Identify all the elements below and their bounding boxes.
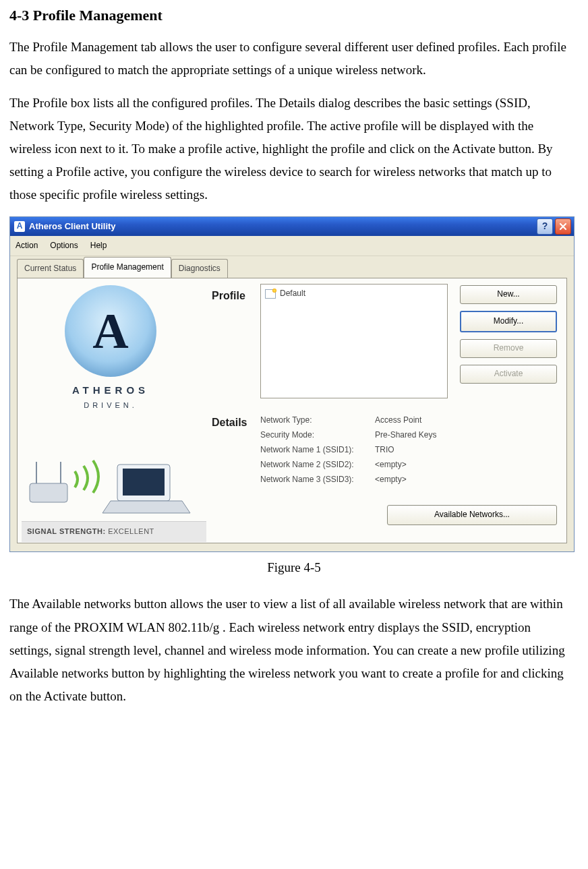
details-key: Network Name 3 (SSID3): bbox=[260, 473, 375, 487]
figure-caption: Figure 4-5 bbox=[9, 556, 579, 579]
menu-action[interactable]: Action bbox=[16, 239, 38, 253]
svg-rect-0 bbox=[30, 483, 67, 502]
logo-icon: A bbox=[65, 285, 156, 377]
details-value: TRIO bbox=[375, 443, 463, 458]
tab-panel: A ATHEROS DRIVEN. bbox=[17, 278, 567, 543]
details-value: <empty> bbox=[375, 473, 463, 487]
paragraph-1: The Profile Management tab allows the us… bbox=[9, 36, 576, 82]
signal-strength-strip: SIGNAL STRENGTH: EXCELLENT bbox=[22, 521, 206, 542]
profile-item[interactable]: Default bbox=[261, 284, 447, 303]
details-row: Security Mode: Pre-Shared Keys bbox=[260, 428, 463, 443]
details-row: Network Name 1 (SSID1): TRIO bbox=[260, 443, 463, 458]
details-row: Network Name 2 (SSID2): <empty> bbox=[260, 458, 463, 473]
profile-item-label: Default bbox=[280, 287, 305, 301]
details-row: Network Type: Access Point bbox=[260, 413, 463, 428]
help-button[interactable]: ? bbox=[537, 218, 553, 235]
close-button[interactable] bbox=[555, 218, 571, 235]
brand-name: ATHEROS bbox=[27, 381, 194, 399]
tabstrip: Current Status Profile Management Diagno… bbox=[17, 262, 567, 278]
details-key: Network Type: bbox=[260, 413, 375, 428]
details-grid: Network Type: Access Point Security Mode… bbox=[260, 413, 463, 487]
details-section-label: Details bbox=[212, 413, 247, 433]
signal-label: SIGNAL STRENGTH: bbox=[27, 527, 106, 535]
menu-options[interactable]: Options bbox=[50, 239, 78, 253]
profile-section-label: Profile bbox=[212, 287, 245, 306]
details-value: <empty> bbox=[375, 458, 463, 473]
window-title: Atheros Client Utility bbox=[29, 218, 535, 234]
new-button[interactable]: New... bbox=[460, 285, 557, 304]
paragraph-2: The Profile box lists all the configured… bbox=[9, 92, 576, 207]
paragraph-3: The Available networks button allows the… bbox=[9, 593, 576, 708]
details-row: Network Name 3 (SSID3): <empty> bbox=[260, 473, 463, 487]
details-value: Access Point bbox=[375, 413, 463, 428]
client-area: Current Status Profile Management Diagno… bbox=[10, 256, 574, 551]
details-value: Pre-Shared Keys bbox=[375, 428, 463, 443]
signal-value: EXCELLENT bbox=[108, 527, 154, 535]
logo-block: A ATHEROS DRIVEN. bbox=[27, 285, 194, 413]
brand-tagline: DRIVEN. bbox=[27, 399, 194, 413]
menu-help[interactable]: Help bbox=[90, 239, 107, 253]
profile-icon bbox=[265, 289, 276, 299]
app-window: A Atheros Client Utility ? Action Option… bbox=[9, 216, 575, 553]
details-key: Security Mode: bbox=[260, 428, 375, 443]
titlebar[interactable]: A Atheros Client Utility ? bbox=[10, 217, 574, 236]
menubar: Action Options Help bbox=[10, 236, 574, 257]
profile-list[interactable]: Default bbox=[260, 284, 448, 398]
app-icon: A bbox=[14, 221, 25, 232]
modify-button[interactable]: Modify... bbox=[460, 311, 557, 332]
tab-profile-management[interactable]: Profile Management bbox=[84, 257, 171, 278]
activate-button[interactable]: Activate bbox=[460, 365, 557, 384]
svg-rect-4 bbox=[123, 469, 165, 496]
available-networks-button[interactable]: Available Networks... bbox=[387, 505, 557, 525]
tab-diagnostics[interactable]: Diagnostics bbox=[171, 259, 228, 279]
details-key: Network Name 1 (SSID1): bbox=[260, 443, 375, 458]
connection-illustration-icon bbox=[24, 454, 194, 518]
details-key: Network Name 2 (SSID2): bbox=[260, 458, 375, 473]
tab-current-status[interactable]: Current Status bbox=[17, 259, 84, 279]
section-heading: 4-3 Profile Management bbox=[9, 7, 198, 24]
remove-button[interactable]: Remove bbox=[460, 339, 557, 358]
profile-action-buttons: New... Modify... Remove Activate bbox=[460, 285, 557, 384]
